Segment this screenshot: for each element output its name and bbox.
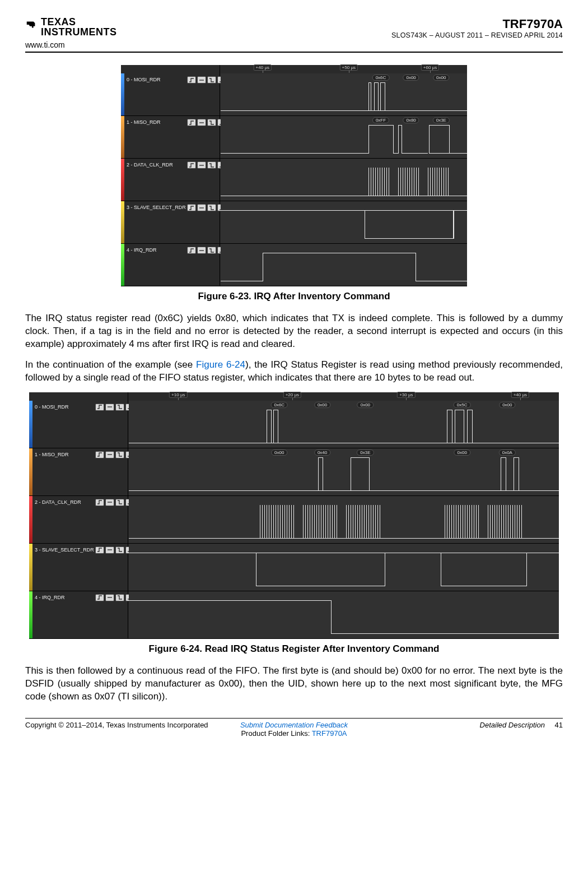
channel-color-stripe — [29, 401, 32, 448]
trigger-level-icon[interactable] — [105, 451, 114, 458]
footer-center: Submit Documentation Feedback Product Fo… — [240, 721, 348, 738]
trigger-falling-icon[interactable] — [207, 119, 216, 126]
trigger-rising-icon[interactable] — [95, 499, 104, 506]
trigger-falling-icon[interactable] — [207, 161, 216, 169]
channel-color-stripe — [121, 159, 124, 201]
trigger-falling-icon[interactable] — [115, 546, 124, 554]
product-folder-label: Product Folder Links: — [241, 729, 311, 738]
channel-row: 2 - DATA_CLK_RDR — [29, 496, 559, 544]
figure-6-24-caption: Figure 6-24. Read IRQ Status Register Af… — [25, 643, 563, 655]
trigger-level-icon[interactable] — [105, 594, 114, 601]
ti-chip-icon — [25, 18, 38, 30]
trigger-level-icon[interactable] — [197, 204, 206, 211]
channel-row: 0 - MOSI_RDR 0x6C0x000x00 — [121, 73, 467, 116]
time-tick-label: +10 µs — [169, 392, 187, 398]
channel-label: 4 - IRQ_RDR — [127, 247, 157, 253]
product-folder-link[interactable]: TRF7970A — [312, 729, 347, 738]
decoded-byte: 0x40 — [314, 449, 330, 456]
channel-row: 1 - MISO_RDR 0xFF0x800x3E — [121, 116, 467, 159]
channel-canvas — [221, 201, 467, 243]
trigger-falling-icon[interactable] — [207, 76, 216, 84]
trigger-level-icon[interactable] — [197, 76, 206, 84]
channel-label: 3 - SLAVE_SELECT_RDR — [35, 547, 94, 553]
channel-row: 2 - DATA_CLK_RDR — [121, 159, 467, 201]
channel-label: 2 - DATA_CLK_RDR — [35, 499, 81, 505]
trigger-level-icon[interactable] — [197, 119, 206, 126]
channel-canvas — [221, 159, 467, 201]
trigger-falling-icon[interactable] — [115, 499, 124, 506]
paragraph-2: In the continuation of the example (see … — [25, 359, 563, 384]
time-tick-label: +60 µs — [421, 64, 439, 71]
paragraph-2a: In the continuation of the example (see — [25, 359, 196, 370]
channel-color-stripe — [121, 244, 124, 286]
trigger-level-icon[interactable] — [105, 499, 114, 506]
header-right: TRF7970A SLOS743K – AUGUST 2011 – REVISE… — [391, 17, 563, 39]
decoded-byte: 0x00 — [271, 449, 287, 456]
logic-analyzer-6-24: +10 µs+20 µs+30 µs+40 µs0 - MOSI_RDR 0x6… — [29, 392, 559, 639]
trigger-rising-icon[interactable] — [187, 76, 196, 84]
trigger-level-icon[interactable] — [105, 546, 114, 554]
figure-6-24-ref[interactable]: Figure 6-24 — [196, 359, 245, 370]
channel-canvas — [221, 244, 467, 286]
channel-label: 2 - DATA_CLK_RDR — [127, 162, 173, 168]
channel-label: 0 - MOSI_RDR — [35, 404, 69, 410]
logic-analyzer-6-23: +40 µs+50 µs+60 µs0 - MOSI_RDR 0x6C0x000… — [121, 65, 467, 286]
paragraph-3: This is then followed by a continuous re… — [25, 665, 563, 703]
page-number: 41 — [555, 721, 563, 729]
trigger-rising-icon[interactable] — [187, 247, 196, 254]
trigger-falling-icon[interactable] — [115, 451, 124, 458]
part-number: TRF7970A — [391, 17, 563, 31]
trigger-rising-icon[interactable] — [95, 404, 104, 411]
header-url[interactable]: www.ti.com — [25, 40, 117, 49]
decoded-byte: 0x00 — [314, 402, 330, 408]
channel-color-stripe — [121, 73, 124, 115]
trigger-level-icon[interactable] — [197, 161, 206, 169]
channel-label: 4 - IRQ_RDR — [35, 595, 65, 600]
time-tick-label: +30 µs — [397, 392, 415, 398]
channel-label: 3 - SLAVE_SELECT_RDR — [127, 205, 186, 210]
decoded-byte: 0x3E — [433, 117, 450, 123]
trigger-level-icon[interactable] — [105, 404, 114, 411]
trigger-rising-icon[interactable] — [187, 161, 196, 169]
trigger-falling-icon[interactable] — [115, 594, 124, 601]
footer-right: Detailed Description 41 — [348, 721, 563, 729]
trigger-level-icon[interactable] — [197, 247, 206, 254]
channel-color-stripe — [29, 448, 32, 495]
channel-row: 1 - MISO_RDR 0x000x400x3E0x000x0A — [29, 448, 559, 496]
ti-word-line1: TEXAS — [41, 17, 117, 27]
trigger-falling-icon[interactable] — [115, 404, 124, 411]
trigger-rising-icon[interactable] — [95, 451, 104, 458]
trigger-rising-icon[interactable] — [95, 594, 104, 601]
trigger-falling-icon[interactable] — [207, 204, 216, 211]
time-tick-label: +20 µs — [283, 392, 301, 398]
decoded-byte: 0x00 — [403, 75, 419, 81]
time-tick-label: +40 µs — [511, 392, 529, 398]
page-footer: Copyright © 2011–2014, Texas Instruments… — [25, 719, 563, 738]
channel-label: 1 - MISO_RDR — [35, 452, 69, 457]
header-left: TEXAS INSTRUMENTS www.ti.com — [25, 17, 117, 49]
trigger-falling-icon[interactable] — [207, 247, 216, 254]
page-header: TEXAS INSTRUMENTS www.ti.com TRF7970A SL… — [25, 17, 563, 53]
channel-color-stripe — [29, 591, 32, 638]
trigger-rising-icon[interactable] — [95, 546, 104, 554]
ti-word-line2: INSTRUMENTS — [41, 27, 117, 37]
channel-color-stripe — [121, 201, 124, 243]
time-tick-label: +50 µs — [340, 64, 358, 71]
figure-6-23-caption: Figure 6-23. IRQ After Inventory Command — [25, 291, 563, 302]
decoded-byte: 0x00 — [433, 75, 449, 81]
figure-6-24: +10 µs+20 µs+30 µs+40 µs0 - MOSI_RDR 0x6… — [25, 392, 563, 655]
section-name: Detailed Description — [480, 721, 545, 729]
channel-canvas: 0x6C0x000x00 — [221, 73, 467, 115]
channel-row: 3 - SLAVE_SELECT_RDR — [29, 544, 559, 591]
channel-canvas: 0x6C0x000x000x5C0x00 — [129, 401, 559, 448]
channel-row: 4 - IRQ_RDR — [121, 244, 467, 286]
decoded-byte: 0x80 — [403, 117, 419, 123]
channel-canvas — [129, 591, 559, 638]
decoded-byte: 0x6C — [372, 75, 390, 81]
decoded-byte: 0x6C — [270, 402, 288, 408]
channel-color-stripe — [121, 116, 124, 158]
trigger-rising-icon[interactable] — [187, 204, 196, 211]
doc-revision: SLOS743K – AUGUST 2011 – REVISED APRIL 2… — [391, 31, 563, 39]
submit-feedback-link[interactable]: Submit Documentation Feedback — [240, 721, 348, 729]
trigger-rising-icon[interactable] — [187, 119, 196, 126]
